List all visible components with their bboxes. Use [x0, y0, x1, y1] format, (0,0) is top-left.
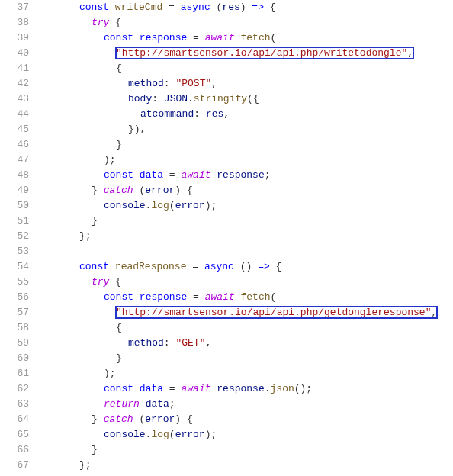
code-line: const data = await response; — [43, 168, 453, 183]
token: ( — [169, 429, 175, 440]
code-line: } catch (error) { — [43, 412, 453, 427]
code-line: } — [43, 137, 453, 153]
token: response — [217, 383, 264, 394]
fn-name: readResponse — [115, 261, 187, 272]
token — [109, 2, 115, 13]
code-line: return data; — [43, 397, 453, 412]
kw-return: return — [104, 398, 140, 410]
token: const — [79, 261, 109, 272]
token — [162, 2, 169, 13]
var: response — [217, 169, 264, 181]
token: } — [116, 139, 122, 150]
token — [109, 261, 115, 272]
token — [187, 291, 193, 303]
token — [187, 32, 193, 43]
token: ; — [265, 169, 271, 181]
arrow: => — [252, 2, 264, 13]
token: (); — [294, 383, 312, 394]
token — [210, 2, 217, 13]
token — [235, 32, 241, 43]
line-number: 66 — [0, 442, 29, 458]
token: { — [270, 2, 276, 13]
code-area[interactable]: const writeCmd = async (res) => {try {co… — [43, 0, 453, 473]
token: : — [164, 78, 176, 89]
code-line: const writeCmd = async (res) => { — [43, 0, 453, 15]
token: const — [104, 32, 133, 43]
line-number: 62 — [0, 381, 29, 397]
token: }; — [79, 459, 92, 471]
string-url: "http://smartsensor.io/api/api.php/write… — [116, 47, 407, 59]
token — [98, 413, 104, 425]
var: error — [145, 185, 175, 196]
code-line: method: "POST", — [43, 76, 453, 92]
line-number-gutter: 3738394041424344454647484950515253545556… — [0, 0, 43, 473]
token: } — [92, 413, 98, 425]
token — [181, 413, 187, 425]
token: await — [181, 169, 210, 181]
code-line: atcommand: res, — [43, 107, 453, 122]
token: . — [265, 383, 271, 394]
code-line: } catch (error) { — [43, 183, 453, 198]
token — [270, 261, 276, 272]
token: { — [276, 261, 282, 272]
fn: log — [151, 200, 169, 211]
token: ( — [271, 32, 277, 43]
code-line: }; — [43, 229, 453, 244]
code-line: ); — [43, 153, 453, 168]
line-number: 42 — [0, 76, 29, 92]
var: response — [140, 32, 187, 43]
code-line: console.log(error); — [43, 427, 453, 442]
token: = — [193, 32, 199, 43]
token — [199, 32, 205, 43]
code-line: try { — [43, 275, 453, 290]
fn: stringify — [194, 93, 247, 105]
token: await — [181, 383, 210, 394]
code-line: }), — [43, 122, 453, 137]
token: } — [92, 215, 98, 227]
token: } — [116, 352, 122, 364]
token: = — [192, 261, 198, 272]
token — [43, 246, 49, 257]
code-editor: 3738394041424344454647484950515253545556… — [0, 0, 453, 473]
token: } — [92, 444, 98, 455]
code-line: method: "GET", — [43, 336, 453, 351]
token: : — [152, 93, 164, 105]
token: method — [128, 337, 164, 349]
json-obj: JSON — [164, 93, 188, 105]
token: { — [115, 276, 121, 288]
line-number: 55 — [0, 275, 29, 290]
code-line: const response = await fetch( — [43, 31, 453, 46]
kw-try: try — [92, 17, 109, 28]
token: ) — [175, 413, 181, 425]
token: data — [146, 398, 169, 410]
token: error — [145, 413, 175, 425]
code-line — [43, 244, 453, 259]
token: , — [140, 124, 146, 135]
line-number: 38 — [0, 15, 29, 31]
token: { — [116, 63, 122, 74]
token: log — [151, 429, 169, 440]
token — [252, 261, 258, 272]
token — [163, 383, 169, 394]
token: ; — [169, 398, 175, 410]
token — [140, 398, 146, 410]
kw-async: async — [181, 2, 210, 13]
token — [133, 32, 140, 43]
token: await — [205, 291, 235, 303]
line-number: 56 — [0, 290, 29, 305]
code-line: { — [43, 320, 453, 336]
token: ) — [240, 2, 246, 13]
token: ({ — [247, 93, 259, 105]
line-number: 48 — [0, 168, 29, 183]
kw-const: const — [79, 2, 109, 13]
kw-await: await — [205, 32, 235, 43]
token: async — [204, 261, 234, 272]
token: { — [116, 322, 122, 333]
var: data — [140, 169, 163, 181]
token: = — [169, 2, 175, 13]
token — [133, 291, 140, 303]
token: response — [140, 291, 187, 303]
line-number: 50 — [0, 198, 29, 214]
line-number: 41 — [0, 61, 29, 76]
code-line: const data = await response.json(); — [43, 381, 453, 397]
